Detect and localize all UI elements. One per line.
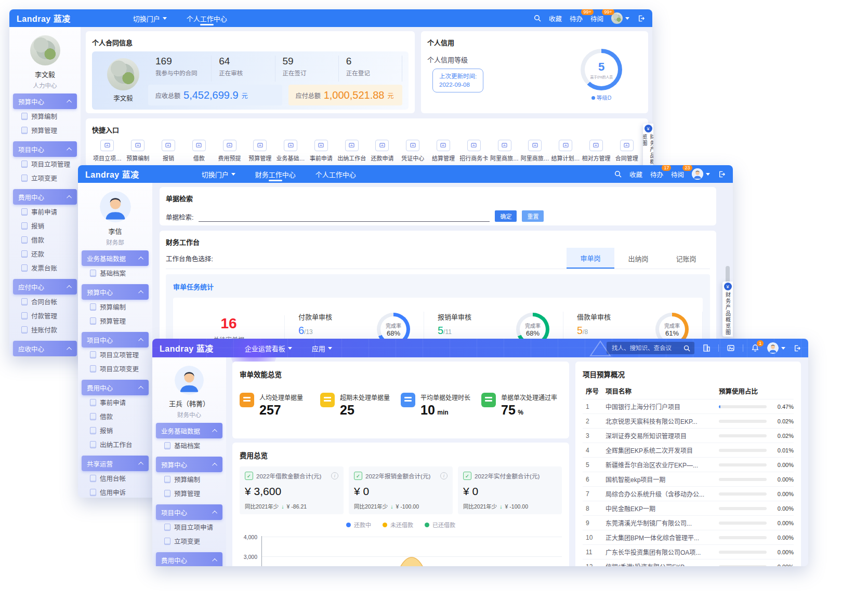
table-row[interactable]: 9 东莞清溪光华制镜厂有限公司... 0.00% — [583, 515, 794, 530]
confirm-button[interactable]: 确定 — [495, 210, 517, 222]
table-row[interactable]: 3 深圳证券交易所知识管理项目 0.02% — [583, 428, 794, 443]
sidebar-item[interactable]: 借款 — [78, 409, 152, 423]
favorites-link[interactable]: 收藏 — [549, 14, 562, 23]
sidebar-item[interactable]: 报销 — [9, 219, 81, 233]
sidebar-section-project[interactable]: 项目中心 — [82, 332, 149, 348]
sidebar-item[interactable]: 借款 — [9, 233, 81, 247]
table-row[interactable]: 10 正大集团BPM一体化综合管理平... 0.00% — [583, 530, 794, 544]
sidebar-item[interactable]: 立项变更 — [9, 171, 81, 185]
sidebar-item[interactable]: 合同台帐 — [9, 295, 81, 309]
quick-entry-item[interactable]: 结算管理 — [428, 140, 459, 162]
sidebar-item[interactable]: 事前申请 — [78, 395, 152, 409]
sidebar-item[interactable]: 预算管理 — [9, 123, 81, 137]
w2-user-menu[interactable] — [692, 168, 710, 180]
expense-summary-card[interactable]: ✓ 2022年实付金额合计(元) i ¥ 0 同比2021年少 ↓ ¥ -100… — [458, 466, 562, 514]
quick-entry-item[interactable]: 阿里商旅… — [520, 140, 550, 162]
sidebar-item[interactable]: 出纳工作台 — [78, 437, 152, 451]
w3-apps-menu[interactable]: 应用 — [312, 339, 332, 357]
table-row[interactable]: 6 国机智能ekp项目一期 0.00% — [583, 472, 794, 486]
sidebar-section-shared-ops[interactable]: 共享运营 — [82, 456, 149, 471]
logout-icon[interactable] — [718, 170, 726, 178]
todo-link[interactable]: 待办17 — [650, 169, 663, 179]
sidebar-item[interactable]: 预算编制 — [78, 300, 152, 314]
sidebar-section-expense[interactable]: 费用中心 — [82, 380, 149, 395]
legend-item[interactable]: 还款中 — [346, 520, 371, 529]
sidebar-item[interactable]: 预算编制 — [9, 109, 81, 123]
search-icon[interactable] — [683, 345, 690, 352]
w3-ops-board-menu[interactable]: 企业运营看板 — [245, 339, 292, 357]
w2-tab-finance-workcenter[interactable]: 财务工作中心 — [255, 165, 296, 183]
quick-entry-item[interactable]: 出纳工作台 — [336, 140, 367, 162]
sidebar-section-budget[interactable]: 预算中心 — [156, 457, 222, 472]
quick-entry-item[interactable]: 项目立项… — [92, 140, 123, 162]
search-icon[interactable] — [534, 15, 541, 22]
sidebar-item[interactable]: 报销 — [78, 423, 152, 437]
sidebar-item[interactable]: 事前申请 — [9, 205, 81, 219]
legend-item[interactable]: 已还借款 — [425, 520, 455, 529]
sidebar-item[interactable]: 发票台账 — [9, 261, 81, 275]
table-row[interactable]: 11 广东长华投资集团有限公司OA项... 0.00% — [583, 544, 794, 559]
sidebar-section-basic-data[interactable]: 业务基础数据 — [156, 423, 222, 438]
sidebar-section-project[interactable]: 项目中心 — [13, 141, 77, 157]
w2-tab-personal-workcenter[interactable]: 个人工作中心 — [315, 165, 356, 183]
search-icon[interactable] — [614, 170, 622, 178]
w1-portal-switcher[interactable]: 切换门户 — [133, 9, 167, 27]
sidebar-item[interactable]: 立项变更 — [152, 534, 226, 548]
notifications[interactable]: 1 — [751, 344, 759, 352]
reset-button[interactable]: 重置 — [522, 210, 544, 222]
w1-tab-personal-workcenter[interactable]: 个人工作中心 — [187, 9, 227, 27]
favorites-link[interactable]: 收藏 — [629, 169, 642, 179]
sidebar-item[interactable]: 基础档案 — [152, 438, 226, 452]
quick-entry-item[interactable]: 相对方管理 — [581, 140, 612, 162]
quick-entry-item[interactable]: 费用预提 — [214, 140, 245, 162]
sidebar-item[interactable]: 预算管理 — [152, 486, 226, 500]
gallery-icon[interactable] — [727, 344, 735, 352]
quick-entry-item[interactable]: 招行商务卡 — [458, 140, 489, 162]
tab-bookkeeping-post[interactable]: 记账岗 — [662, 248, 710, 269]
sidebar-section-receivable[interactable]: 应收中心 — [13, 341, 77, 356]
w1-sidebar-avatar[interactable] — [30, 35, 60, 65]
sidebar-section-expense[interactable]: 费用中心 — [13, 189, 77, 205]
quick-entry-item[interactable]: 凭证中心 — [398, 140, 428, 162]
org-building-icon[interactable] — [702, 344, 711, 352]
quick-entry-item[interactable]: 事前申请 — [306, 140, 336, 162]
table-row[interactable]: 2 北京锐思天宸科技有限公司EKP... 0.02% — [583, 413, 794, 428]
sidebar-section-expense[interactable]: 费用中心 — [156, 552, 222, 566]
sidebar-item[interactable]: 信用申诉 — [78, 485, 152, 498]
quick-entry-item[interactable]: 结算计划… — [550, 140, 581, 162]
sidebar-item[interactable]: 还款 — [9, 247, 81, 261]
sidebar-item[interactable]: 挂账付款 — [9, 323, 81, 337]
quick-entry-item[interactable]: 业务基础… — [275, 140, 306, 162]
sidebar-section-project[interactable]: 项目中心 — [156, 504, 222, 520]
sidebar-section-payable[interactable]: 应付中心 — [13, 279, 77, 295]
quick-entry-item[interactable]: 合同管理 — [611, 140, 642, 162]
w3-sidebar-avatar[interactable] — [175, 366, 204, 395]
todo-link[interactable]: 待办99+ — [570, 14, 583, 23]
info-icon[interactable]: i — [440, 472, 448, 479]
finance-product-overview-tag[interactable]: ¥ 财务产品概览图 — [722, 282, 733, 337]
table-row[interactable]: 12 信银(香港)投资有限公司EKP... 0.00% — [583, 559, 794, 566]
quick-entry-item[interactable]: 阿里商旅… — [489, 140, 520, 162]
sidebar-section-budget[interactable]: 预算中心 — [13, 94, 77, 109]
sidebar-section-budget[interactable]: 预算中心 — [82, 284, 149, 300]
table-row[interactable]: 8 中民金融EKP一期 0.00% — [583, 501, 794, 515]
table-row[interactable]: 4 全辉集团EKP系统二次开发项目 0.01% — [583, 443, 794, 457]
credit-update-chip[interactable]: 上次更新时间: 2022-09-08 — [432, 69, 483, 92]
tab-cashier-post[interactable]: 出纳岗 — [614, 248, 662, 269]
toread-link[interactable]: 待阅23 — [671, 169, 684, 179]
w2-portal-switcher[interactable]: 切换门户 — [202, 165, 235, 183]
table-row[interactable]: 7 局综合办公系统升级（含移动办公... 0.00% — [583, 486, 794, 501]
w3-user-menu[interactable] — [767, 342, 785, 354]
expense-summary-card[interactable]: ✓ 2022年报销金额合计(元) i ¥ 0 同比2021年少 ↓ ¥ -100… — [349, 466, 453, 514]
sidebar-item[interactable]: 付款管理 — [9, 309, 81, 323]
table-row[interactable]: 5 新疆维吾尔自治区农业厅EKP—... 0.00% — [583, 457, 794, 472]
global-search-input[interactable] — [611, 344, 680, 352]
sidebar-item[interactable]: 预算管理 — [78, 314, 152, 328]
finance-product-overview-tag[interactable]: ¥ 财务产品概览图 — [643, 124, 653, 167]
toread-link[interactable]: 待阅99+ — [590, 14, 603, 23]
sidebar-item[interactable]: 信用台帐 — [78, 471, 152, 485]
quick-entry-item[interactable]: 还款申请 — [367, 140, 398, 162]
tab-audit-post[interactable]: 审单岗 — [567, 248, 614, 269]
sidebar-section-basic-data[interactable]: 业务基础数据 — [82, 250, 149, 266]
sidebar-item[interactable]: 预算编制 — [152, 472, 226, 486]
